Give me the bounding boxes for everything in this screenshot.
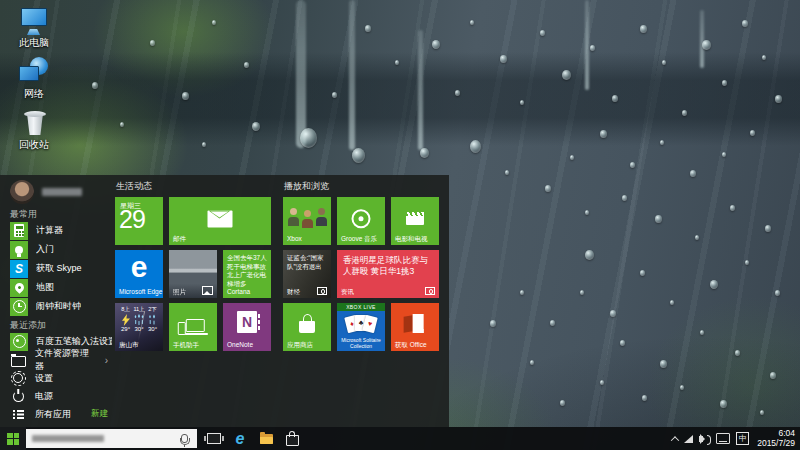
file-explorer-item[interactable]: 文件资源管理器 › — [10, 351, 112, 369]
network-icon[interactable] — [684, 427, 693, 450]
raindrop — [760, 410, 764, 415]
water-runnel — [700, 10, 704, 68]
start-item-label: 地图 — [36, 281, 54, 294]
chevron-up-icon[interactable] — [672, 427, 678, 450]
raindrop — [500, 55, 507, 63]
task-view-icon[interactable] — [201, 427, 227, 450]
raindrop — [332, 92, 337, 98]
raindrop — [585, 250, 594, 260]
search-hint-blurred — [32, 435, 104, 442]
tile-onenote[interactable]: N OneNote — [223, 303, 271, 351]
raindrop — [750, 130, 755, 136]
desktop-icon-computer[interactable]: 此电脑 — [6, 6, 62, 48]
all-apps-label: 所有应用 — [35, 408, 71, 421]
raindrop — [580, 290, 584, 295]
raindrop — [120, 122, 124, 127]
tile-news[interactable]: 香港明星足球队比赛与人群殴 黄日华1挑3 资讯 — [337, 250, 439, 298]
user-account-button[interactable] — [10, 180, 112, 204]
raindrop — [702, 40, 711, 50]
user-avatar — [10, 180, 34, 204]
start-item-alarms[interactable]: 闹钟和时钟 — [10, 297, 112, 316]
start-menu-left-column: 最常用 计算器入门获取 Skype地图闹钟和时钟 最近添加 百度五笔输入法设置 … — [0, 175, 116, 427]
raindrop — [530, 360, 534, 365]
computer-icon — [17, 6, 51, 36]
clock[interactable]: 6:04 2015/7/29 — [757, 429, 795, 448]
desktop-icon-network[interactable]: 网络 — [6, 57, 62, 99]
tile-xbox[interactable]: Xbox — [283, 197, 331, 245]
store-icon[interactable] — [279, 427, 305, 450]
tile-calendar[interactable]: 星期三 29 — [115, 197, 163, 245]
raindrop — [722, 80, 727, 86]
power-icon — [13, 391, 24, 402]
tile-get-office[interactable]: 获取 Office — [391, 303, 439, 351]
start-item-label: 入门 — [36, 243, 54, 256]
start-item-skype[interactable]: 获取 Skype — [10, 259, 112, 278]
recently-added-header: 最近添加 — [10, 318, 112, 332]
forecast-temp: 30° — [146, 326, 159, 333]
xbox-live-banner: XBOX LIVE — [337, 303, 385, 311]
desktop-icons: 此电脑网络回收站 — [6, 6, 62, 159]
raindrop — [642, 395, 647, 401]
tile-finance[interactable]: 证监会:“国家队”没有退出 财经 — [283, 250, 331, 298]
user-name-blurred — [42, 188, 82, 196]
raindrop — [182, 92, 189, 100]
raindrop — [700, 330, 704, 335]
tile-phone-companion[interactable]: 手机助手 — [169, 303, 217, 351]
start-button[interactable] — [0, 427, 26, 450]
power-item[interactable]: 电源 — [10, 387, 112, 405]
start-item-label: 获取 Skype — [36, 262, 82, 275]
tile-label: OneNote — [227, 341, 253, 348]
tile-photos[interactable]: 照片 — [169, 250, 217, 298]
cortana-headline: 全国去年37人死于电梯事故 北上广老化电梯增多 — [223, 250, 271, 288]
raindrop — [244, 62, 249, 68]
get-started-icon — [10, 241, 28, 259]
tile-label: 手机助手 — [173, 341, 199, 348]
raindrop — [252, 122, 260, 131]
edge-icon[interactable] — [227, 427, 253, 450]
forecast-time: 11上 — [133, 306, 146, 313]
raindrop — [520, 100, 524, 105]
tile-edge[interactable]: e Microsoft Edge — [115, 250, 163, 298]
tile-cortana[interactable]: 全国去年37人死于电梯事故 北上广老化电梯增多 Cortana — [223, 250, 271, 298]
tile-movies-tv[interactable]: 电影和电视 — [391, 197, 439, 245]
tile-weather[interactable]: 8上 29° 11上 30° 2下 30° 唐山市 — [115, 303, 163, 351]
raindrop — [662, 60, 666, 65]
tile-label: 财经 — [287, 288, 300, 295]
photo-icon — [202, 286, 213, 295]
tile-label: Groove 音乐 — [341, 235, 377, 242]
tile-mail[interactable]: 邮件 — [169, 197, 271, 245]
gear-icon — [13, 373, 23, 383]
start-menu: 最常用 计算器入门获取 Skype地图闹钟和时钟 最近添加 百度五笔输入法设置 … — [0, 175, 449, 427]
tile-groove-music[interactable]: Groove 音乐 — [337, 197, 385, 245]
all-apps-icon — [13, 409, 24, 420]
start-item-calculator[interactable]: 计算器 — [10, 221, 112, 240]
water-runnel — [418, 30, 423, 150]
volume-icon[interactable] — [699, 427, 710, 450]
search-input[interactable] — [26, 429, 197, 448]
ime-indicator[interactable]: 中 — [736, 432, 749, 445]
tile-solitaire[interactable]: XBOX LIVE ♦ ♣ ♥ Microsoft Solitaire Coll… — [337, 303, 385, 351]
start-item-label: 闹钟和时钟 — [36, 300, 81, 313]
maps-icon — [10, 279, 28, 297]
keyboard-icon[interactable] — [716, 427, 730, 450]
power-label: 电源 — [35, 390, 53, 403]
all-apps-item[interactable]: 所有应用 新建 — [10, 405, 112, 423]
chevron-right-icon[interactable]: › — [105, 355, 108, 366]
raindrop — [212, 20, 216, 25]
raindrop — [505, 170, 509, 175]
edge-icon: e — [131, 251, 148, 283]
raindrop — [775, 290, 780, 296]
forecast-time: 8上 — [119, 306, 132, 313]
office-icon — [408, 314, 424, 333]
file-explorer-icon[interactable] — [253, 427, 279, 450]
start-item-maps[interactable]: 地图 — [10, 278, 112, 297]
microphone-icon[interactable] — [181, 434, 188, 443]
tile-store[interactable]: 应用商店 — [283, 303, 331, 351]
weather-forecast: 8上 29° 11上 30° 2下 30° — [115, 303, 163, 333]
file-explorer-icon — [11, 356, 26, 367]
group-title: 播放和浏览 — [284, 180, 329, 193]
desktop-icon-recycle-bin[interactable]: 回收站 — [6, 108, 62, 150]
file-explorer-label: 文件资源管理器 — [35, 347, 96, 373]
start-item-get-started[interactable]: 入门 — [10, 240, 112, 259]
raindrop — [365, 25, 371, 32]
